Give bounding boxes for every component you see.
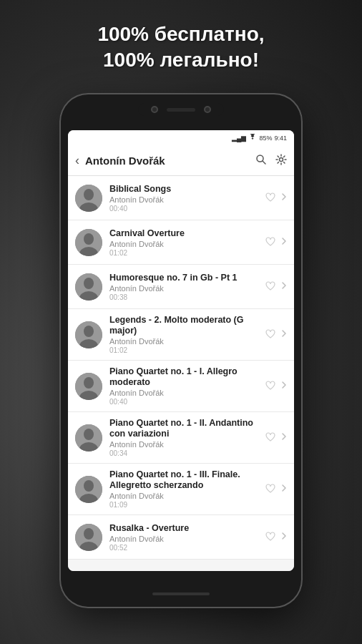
song-info: Biblical Songs Antonín Dvořák 00:40 (109, 184, 265, 213)
svg-point-4 (84, 189, 94, 200)
song-title: Humoresque no. 7 in Gb - Pt 1 (109, 273, 265, 283)
header-actions (255, 154, 287, 168)
signal-icon: ▂▄▆ (232, 135, 246, 142)
chevron-right-icon (281, 381, 287, 391)
phone-mockup: ▂▄▆ 85% 9:41 ‹ Antonín Dvořák (59, 93, 303, 608)
favorite-icon[interactable] (265, 192, 275, 204)
back-button[interactable]: ‹ (75, 153, 79, 168)
phone-notch (138, 103, 224, 116)
favorite-icon[interactable] (265, 381, 275, 392)
chevron-right-icon (281, 192, 287, 203)
song-duration: 01:09 (109, 501, 265, 509)
phone-speaker (167, 108, 195, 112)
song-actions (265, 484, 287, 495)
avatar (75, 373, 102, 400)
song-info: Carnival Overture Antonín Dvořák 01:02 (109, 228, 265, 257)
song-info: Piano Quartet no. 1 - III. Finale. Alleg… (109, 469, 265, 509)
song-actions (265, 381, 287, 392)
song-duration: 00:34 (109, 449, 265, 457)
chevron-right-icon (281, 237, 287, 248)
wifi-icon (248, 134, 257, 142)
song-actions (265, 281, 287, 293)
avatar (75, 185, 102, 212)
song-artist: Antonín Dvořák (109, 195, 265, 204)
song-title: Biblical Songs (109, 184, 265, 195)
list-item[interactable]: Legends - 2. Molto moderato (G major) An… (68, 309, 294, 361)
song-duration: 00:52 (109, 544, 265, 552)
svg-point-25 (84, 528, 94, 540)
avatar (75, 321, 102, 348)
list-item[interactable]: Biblical Songs Antonín Dvořák 00:40 (68, 176, 294, 220)
song-info: Rusalka - Overture Antonín Dvořák 00:52 (109, 523, 265, 552)
song-info: Legends - 2. Molto moderato (G major) An… (109, 315, 265, 354)
home-indicator (152, 592, 210, 595)
song-actions (265, 532, 287, 543)
chevron-right-icon (281, 329, 287, 340)
song-duration: 01:02 (109, 249, 265, 257)
favorite-icon[interactable] (265, 237, 275, 248)
svg-point-2 (280, 157, 283, 161)
song-artist: Antonín Dvořák (109, 337, 265, 346)
song-title: Piano Quartet no. 1 - III. Finale. Alleg… (109, 469, 265, 491)
song-artist: Antonín Dvořák (109, 535, 265, 543)
song-info: Humoresque no. 7 in Gb - Pt 1 Antonín Dv… (109, 273, 265, 301)
song-duration: 00:40 (109, 205, 265, 213)
favorite-icon[interactable] (265, 432, 275, 444)
favorite-icon[interactable] (265, 281, 275, 293)
status-icons: ▂▄▆ 85% 9:41 (232, 134, 287, 142)
list-item[interactable]: Piano Quartet no. 1 - I. Allegro moderat… (68, 361, 294, 412)
song-title: Rusalka - Overture (109, 523, 265, 534)
song-duration: 00:38 (109, 293, 265, 301)
avatar (75, 229, 102, 256)
song-title: Legends - 2. Molto moderato (G major) (109, 315, 265, 336)
svg-point-10 (84, 278, 94, 289)
favorite-icon[interactable] (265, 532, 275, 543)
chevron-right-icon (281, 484, 287, 494)
song-title: Piano Quartet no. 1 - II. Andantino con … (109, 418, 265, 439)
song-list: Biblical Songs Antonín Dvořák 00:40 Carn (68, 176, 294, 571)
song-artist: Antonín Dvořák (109, 492, 265, 500)
list-item[interactable]: Piano Quartet no. 1 - III. Finale. Alleg… (68, 464, 294, 515)
settings-icon[interactable] (275, 154, 287, 168)
song-artist: Antonín Dvořák (109, 440, 265, 449)
song-artist: Antonín Dvořák (109, 389, 265, 397)
battery-text: 85% (259, 135, 272, 142)
page-title: Antonín Dvořák (85, 155, 255, 167)
promo-banner: 100% бесплатно, 100% легально! (0, 21, 362, 74)
clock: 9:41 (274, 135, 287, 142)
song-actions (265, 192, 287, 204)
song-actions (265, 432, 287, 444)
status-bar: ▂▄▆ 85% 9:41 (68, 130, 294, 146)
song-title: Carnival Overture (109, 228, 265, 239)
list-item[interactable]: Piano Quartet no. 1 - II. Andantino con … (68, 412, 294, 464)
song-info: Piano Quartet no. 1 - I. Allegro moderat… (109, 366, 265, 406)
avatar (75, 524, 102, 551)
list-item[interactable]: Carnival Overture Antonín Dvořák 01:02 (68, 220, 294, 265)
song-actions (265, 237, 287, 248)
song-artist: Antonín Dvořák (109, 284, 265, 293)
song-info: Piano Quartet no. 1 - II. Andantino con … (109, 418, 265, 457)
front-sensor (204, 106, 211, 113)
svg-point-16 (84, 377, 94, 389)
song-artist: Antonín Dvořák (109, 240, 265, 248)
song-title: Piano Quartet no. 1 - I. Allegro moderat… (109, 366, 265, 388)
song-duration: 01:02 (109, 346, 265, 354)
svg-point-13 (84, 326, 94, 337)
svg-point-19 (84, 429, 94, 440)
favorite-icon[interactable] (265, 329, 275, 341)
avatar (75, 476, 102, 503)
front-camera (151, 106, 158, 113)
top-bar: ‹ Antonín Dvořák (68, 146, 294, 176)
chevron-right-icon (281, 281, 287, 292)
svg-point-22 (84, 480, 94, 492)
avatar (75, 424, 102, 452)
favorite-icon[interactable] (265, 484, 275, 495)
svg-point-7 (84, 233, 94, 245)
list-item[interactable]: Humoresque no. 7 in Gb - Pt 1 Antonín Dv… (68, 265, 294, 309)
search-icon[interactable] (255, 154, 267, 168)
phone-screen: ▂▄▆ 85% 9:41 ‹ Antonín Dvořák (68, 130, 294, 571)
list-item[interactable]: Rusalka - Overture Antonín Dvořák 00:52 (68, 515, 294, 560)
svg-line-1 (263, 161, 265, 164)
avatar (75, 273, 102, 301)
chevron-right-icon (281, 432, 287, 443)
